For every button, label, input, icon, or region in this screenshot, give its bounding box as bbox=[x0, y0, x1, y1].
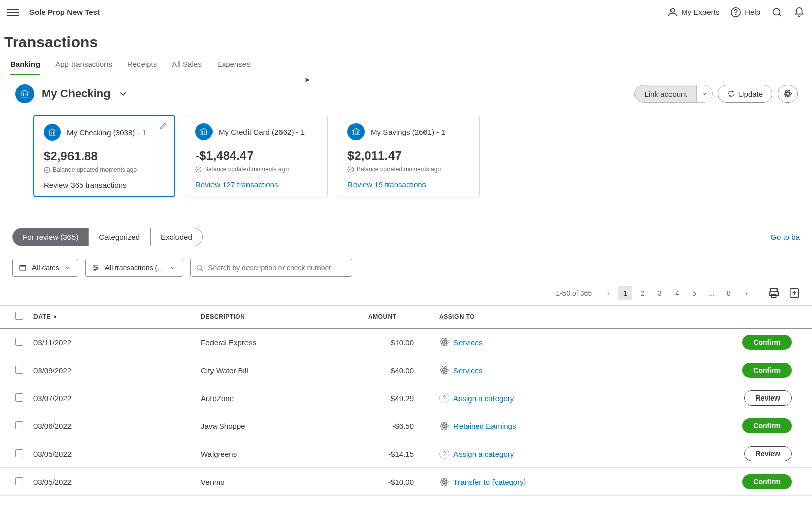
search-icon[interactable] bbox=[771, 7, 783, 18]
link-account-button[interactable]: Link account bbox=[634, 85, 696, 103]
card-review-link[interactable]: Review 127 transactions bbox=[195, 180, 318, 189]
card-name: My Credit Card (2662) - 1 bbox=[219, 128, 305, 136]
search-input[interactable] bbox=[208, 264, 347, 272]
page-2[interactable]: 2 bbox=[636, 286, 650, 300]
row-description: Venmo bbox=[196, 468, 363, 496]
link-account-label: Link account bbox=[644, 90, 687, 98]
svg-point-26 bbox=[444, 370, 445, 371]
my-experts-button[interactable]: My Experts bbox=[667, 7, 719, 18]
table-row[interactable]: 03/05/2022Venmo-$10.00Transfer to {categ… bbox=[0, 468, 812, 496]
page-prev[interactable]: ‹ bbox=[601, 286, 615, 300]
tab-app-transactions[interactable]: App transactions bbox=[55, 55, 112, 75]
page-title: Transactions bbox=[0, 24, 812, 55]
row-checkbox[interactable] bbox=[15, 421, 23, 429]
confirm-button[interactable]: Confirm bbox=[742, 474, 792, 489]
tab-expenses[interactable]: Expenses bbox=[217, 55, 251, 75]
card-balance: -$1,484.47 bbox=[195, 149, 318, 163]
row-checkbox[interactable] bbox=[15, 449, 23, 457]
table-row[interactable]: 03/11/2022Federal Express-$10.00Services… bbox=[0, 328, 812, 356]
page-1[interactable]: 1 bbox=[618, 286, 632, 300]
account-card[interactable]: My Checking (3038) - 1$2,961.88Balance u… bbox=[33, 115, 175, 197]
table-row[interactable]: 03/09/2022City Water Bill-$40.00Services… bbox=[0, 356, 812, 384]
transaction-filter[interactable]: All transactions (… bbox=[85, 259, 183, 277]
pill-categorized[interactable]: Categorized bbox=[89, 228, 151, 246]
pagination: ‹ 12345...8› bbox=[601, 286, 753, 300]
svg-point-13 bbox=[94, 269, 96, 271]
page-4[interactable]: 4 bbox=[670, 286, 684, 300]
svg-point-14 bbox=[197, 265, 202, 270]
calendar-icon bbox=[19, 264, 27, 272]
assign-link[interactable]: Retained Earnings bbox=[453, 422, 516, 430]
tab-receipts[interactable]: Receipts bbox=[127, 55, 157, 75]
assign-link[interactable]: Assign a category bbox=[453, 450, 514, 458]
row-date: 03/07/2022 bbox=[28, 384, 196, 412]
row-description: Java Shoppe bbox=[196, 412, 363, 440]
col-description[interactable]: DESCRIPTION bbox=[196, 306, 363, 329]
edit-icon[interactable] bbox=[159, 122, 167, 132]
svg-point-7 bbox=[44, 167, 50, 173]
row-checkbox[interactable] bbox=[15, 366, 23, 374]
col-amount[interactable]: AMOUNT bbox=[363, 306, 434, 329]
row-description: AutoZone bbox=[196, 384, 363, 412]
row-checkbox[interactable] bbox=[15, 477, 23, 485]
link-account-dropdown[interactable] bbox=[696, 85, 713, 103]
page-8[interactable]: 8 bbox=[722, 286, 736, 300]
card-review-link[interactable]: Review 19 transactions bbox=[347, 180, 470, 189]
card-updated: Balance updated moments ago bbox=[347, 166, 470, 173]
pill-for-review[interactable]: For review (365) bbox=[13, 228, 89, 246]
account-card[interactable]: My Savings (2661) - 1$2,011.47Balance up… bbox=[338, 115, 480, 197]
bell-icon[interactable] bbox=[794, 7, 805, 18]
help-label: Help bbox=[745, 8, 760, 16]
ai-button[interactable] bbox=[778, 85, 798, 103]
assign-link[interactable]: Transfer to {category} bbox=[453, 478, 526, 486]
tab-banking[interactable]: Banking bbox=[10, 55, 40, 75]
svg-point-8 bbox=[196, 167, 201, 172]
assign-link[interactable]: Services bbox=[453, 366, 483, 375]
svg-point-9 bbox=[348, 167, 354, 172]
account-card[interactable]: My Credit Card (2662) - 1-$1,484.47Balan… bbox=[186, 115, 328, 197]
confirm-button[interactable]: Confirm bbox=[742, 335, 792, 350]
export-icon[interactable] bbox=[789, 287, 800, 299]
date-filter-label: All dates bbox=[32, 264, 59, 272]
pagination-range: 1-50 of 365 bbox=[556, 289, 592, 297]
table-row[interactable]: 03/07/2022AutoZone-$49.29?Assign a categ… bbox=[0, 384, 812, 412]
date-filter[interactable]: All dates bbox=[12, 259, 78, 277]
row-checkbox[interactable] bbox=[15, 393, 23, 402]
company-name: Sole Prop New Test bbox=[29, 8, 100, 16]
pill-excluded[interactable]: Excluded bbox=[151, 228, 202, 246]
goto-link[interactable]: Go to ba bbox=[770, 233, 800, 241]
account-dropdown[interactable] bbox=[118, 88, 129, 99]
tabs: Banking App transactions Receipts All Sa… bbox=[0, 55, 812, 75]
select-all-checkbox[interactable] bbox=[15, 312, 23, 320]
svg-point-12 bbox=[96, 267, 98, 269]
print-icon[interactable] bbox=[768, 287, 780, 299]
update-button[interactable]: Update bbox=[718, 85, 772, 103]
table-row[interactable]: 03/05/2022Walgreens-$14.15?Assign a cate… bbox=[0, 440, 812, 468]
question-icon: ? bbox=[439, 393, 449, 403]
review-button[interactable]: Review bbox=[744, 390, 792, 406]
col-assign[interactable]: ASSIGN TO bbox=[434, 306, 602, 329]
row-checkbox[interactable] bbox=[15, 338, 23, 346]
row-amount: -$6.50 bbox=[363, 412, 434, 440]
help-button[interactable]: Help bbox=[730, 7, 760, 18]
card-review-link[interactable]: Review 365 transactions bbox=[44, 180, 165, 189]
row-date: 03/09/2022 bbox=[28, 356, 196, 384]
confirm-button[interactable]: Confirm bbox=[742, 418, 792, 433]
menu-icon[interactable] bbox=[7, 6, 19, 18]
confirm-button[interactable]: Confirm bbox=[742, 363, 792, 378]
assign-link[interactable]: Assign a category bbox=[453, 394, 514, 403]
review-button[interactable]: Review bbox=[744, 446, 792, 461]
page-5[interactable]: 5 bbox=[687, 286, 701, 300]
row-amount: -$10.00 bbox=[363, 328, 434, 356]
search-box[interactable] bbox=[190, 259, 352, 277]
row-date: 03/05/2022 bbox=[28, 468, 196, 496]
page-3[interactable]: 3 bbox=[653, 286, 667, 300]
card-balance: $2,961.88 bbox=[44, 149, 165, 163]
tab-all-sales[interactable]: All Sales bbox=[172, 55, 201, 75]
table-row[interactable]: 03/06/2022Java Shoppe-$6.50Retained Earn… bbox=[0, 412, 812, 440]
page-next[interactable]: › bbox=[739, 286, 753, 300]
assign-link[interactable]: Services bbox=[453, 338, 483, 347]
col-date[interactable]: DATE▼ bbox=[28, 306, 196, 329]
sliders-icon bbox=[92, 264, 100, 272]
bank-icon bbox=[347, 123, 365, 140]
